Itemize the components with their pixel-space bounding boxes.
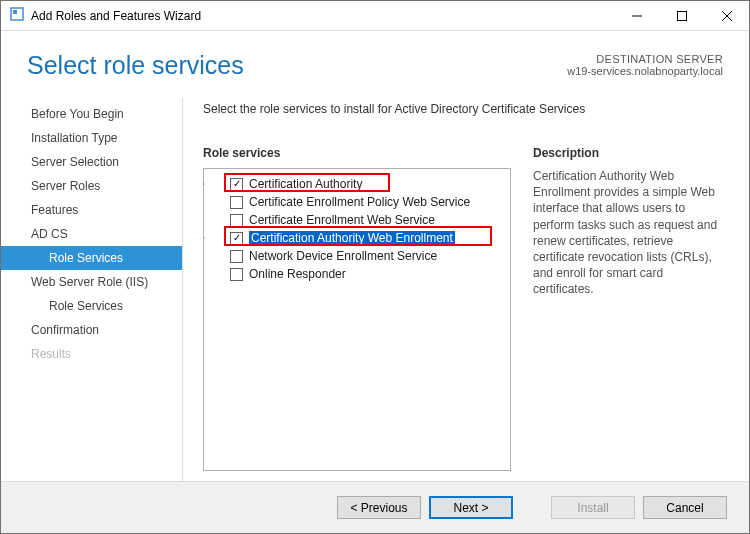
app-icon: [9, 6, 25, 25]
minimize-button[interactable]: [614, 1, 659, 30]
cancel-button[interactable]: Cancel: [643, 496, 727, 519]
svc-certification-authority[interactable]: ✓ Certification Authority: [208, 175, 506, 193]
svc-label: Certificate Enrollment Web Service: [249, 213, 435, 227]
svg-marker-7: [203, 179, 205, 189]
checkbox-ca-web-enrollment[interactable]: ✓: [230, 232, 243, 245]
svg-rect-3: [677, 11, 686, 20]
role-services-column: Role services ✓ Certification Authority …: [203, 146, 511, 471]
nav-ad-cs[interactable]: AD CS: [1, 222, 182, 246]
role-services-heading: Role services: [203, 146, 511, 160]
nav-server-roles[interactable]: Server Roles: [1, 174, 182, 198]
destination-info: DESTINATION SERVER w19-services.nolabnop…: [567, 53, 723, 77]
maximize-button[interactable]: [659, 1, 704, 30]
svc-label: Online Responder: [249, 267, 346, 281]
nav-results: Results: [1, 342, 182, 366]
checkbox-certification-authority[interactable]: ✓: [230, 178, 243, 191]
wizard-window: Add Roles and Features Wizard Select rol…: [0, 0, 750, 534]
description-heading: Description: [533, 146, 723, 160]
description-text: Certification Authority Web Enrollment p…: [533, 168, 723, 298]
wizard-body: Before You Begin Installation Type Serve…: [1, 98, 749, 481]
wizard-header: Select role services DESTINATION SERVER …: [1, 31, 749, 98]
previous-button[interactable]: < Previous: [337, 496, 421, 519]
title-bar: Add Roles and Features Wizard: [1, 1, 749, 31]
svc-label: Certificate Enrollment Policy Web Servic…: [249, 195, 470, 209]
wizard-footer: < Previous Next > Install Cancel: [1, 481, 749, 533]
nav-before-you-begin[interactable]: Before You Begin: [1, 102, 182, 126]
role-services-list[interactable]: ✓ Certification Authority Certificate En…: [203, 168, 511, 471]
checkbox[interactable]: [230, 214, 243, 227]
checkbox[interactable]: [230, 268, 243, 281]
wizard-main: Select the role services to install for …: [183, 98, 749, 481]
svc-label: Certification Authority: [249, 177, 362, 191]
nav-role-services-adcs[interactable]: Role Services: [1, 246, 182, 270]
destination-server: w19-services.nolabnoparty.local: [567, 65, 723, 77]
window-controls: [614, 1, 749, 30]
content-columns: Role services ✓ Certification Authority …: [203, 146, 723, 471]
destination-label: DESTINATION SERVER: [567, 53, 723, 65]
svc-label: Network Device Enrollment Service: [249, 249, 437, 263]
nav-role-services-iis[interactable]: Role Services: [1, 294, 182, 318]
window-title: Add Roles and Features Wizard: [31, 9, 614, 23]
nav-confirmation[interactable]: Confirmation: [1, 318, 182, 342]
nav-installation-type[interactable]: Installation Type: [1, 126, 182, 150]
svc-network-device-enroll[interactable]: Network Device Enrollment Service: [208, 247, 506, 265]
highlight-arrow-icon: [203, 178, 205, 190]
svc-cert-enroll-web[interactable]: Certificate Enrollment Web Service: [208, 211, 506, 229]
wizard-nav: Before You Begin Installation Type Serve…: [1, 98, 183, 481]
svc-ca-web-enrollment[interactable]: ✓ Certification Authority Web Enrollment: [208, 229, 506, 247]
svc-cert-enroll-policy-web[interactable]: Certificate Enrollment Policy Web Servic…: [208, 193, 506, 211]
close-button[interactable]: [704, 1, 749, 30]
checkbox[interactable]: [230, 196, 243, 209]
checkbox[interactable]: [230, 250, 243, 263]
nav-features[interactable]: Features: [1, 198, 182, 222]
description-column: Description Certification Authority Web …: [533, 146, 723, 471]
svc-label: Certification Authority Web Enrollment: [249, 231, 455, 245]
svg-marker-9: [203, 233, 205, 243]
svc-online-responder[interactable]: Online Responder: [208, 265, 506, 283]
instruction-text: Select the role services to install for …: [203, 102, 723, 116]
highlight-arrow-icon: [203, 232, 205, 244]
nav-web-server-role-iis[interactable]: Web Server Role (IIS): [1, 270, 182, 294]
install-button: Install: [551, 496, 635, 519]
next-button[interactable]: Next >: [429, 496, 513, 519]
svg-rect-1: [13, 10, 17, 14]
nav-server-selection[interactable]: Server Selection: [1, 150, 182, 174]
